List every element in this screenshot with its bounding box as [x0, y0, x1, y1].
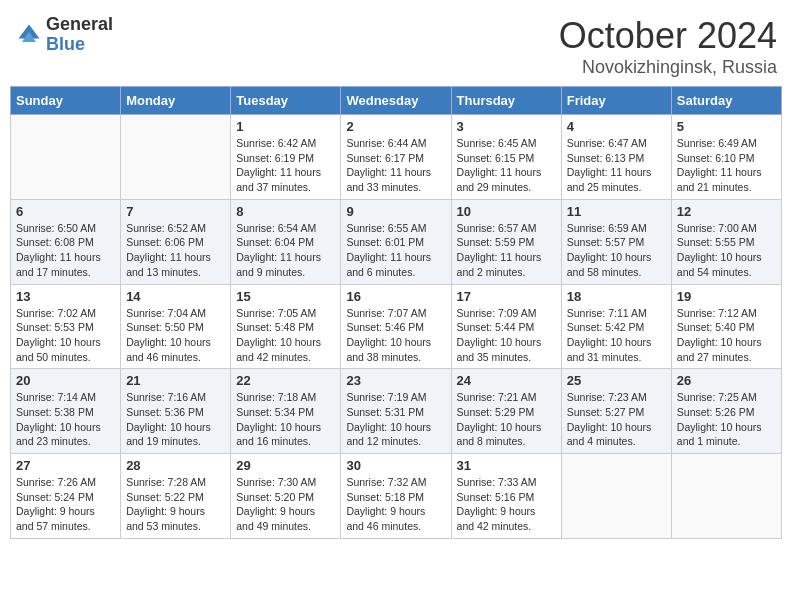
calendar-week-row: 20Sunrise: 7:14 AMSunset: 5:38 PMDayligh…	[11, 369, 782, 454]
calendar-cell: 1Sunrise: 6:42 AMSunset: 6:19 PMDaylight…	[231, 115, 341, 200]
day-content: Sunrise: 7:32 AMSunset: 5:18 PMDaylight:…	[346, 475, 445, 534]
weekday-header: Wednesday	[341, 87, 451, 115]
calendar-cell: 8Sunrise: 6:54 AMSunset: 6:04 PMDaylight…	[231, 199, 341, 284]
day-number: 14	[126, 289, 225, 304]
logo-line1: General	[46, 15, 113, 35]
calendar-cell: 5Sunrise: 6:49 AMSunset: 6:10 PMDaylight…	[671, 115, 781, 200]
calendar-cell	[11, 115, 121, 200]
day-content: Sunrise: 7:30 AMSunset: 5:20 PMDaylight:…	[236, 475, 335, 534]
day-content: Sunrise: 7:28 AMSunset: 5:22 PMDaylight:…	[126, 475, 225, 534]
day-number: 8	[236, 204, 335, 219]
day-number: 19	[677, 289, 776, 304]
weekday-header: Saturday	[671, 87, 781, 115]
day-number: 7	[126, 204, 225, 219]
day-number: 24	[457, 373, 556, 388]
day-number: 9	[346, 204, 445, 219]
calendar-cell: 13Sunrise: 7:02 AMSunset: 5:53 PMDayligh…	[11, 284, 121, 369]
calendar-cell	[561, 454, 671, 539]
day-content: Sunrise: 7:33 AMSunset: 5:16 PMDaylight:…	[457, 475, 556, 534]
day-number: 26	[677, 373, 776, 388]
day-number: 30	[346, 458, 445, 473]
calendar-cell: 15Sunrise: 7:05 AMSunset: 5:48 PMDayligh…	[231, 284, 341, 369]
day-content: Sunrise: 7:09 AMSunset: 5:44 PMDaylight:…	[457, 306, 556, 365]
calendar-cell: 18Sunrise: 7:11 AMSunset: 5:42 PMDayligh…	[561, 284, 671, 369]
calendar-cell: 25Sunrise: 7:23 AMSunset: 5:27 PMDayligh…	[561, 369, 671, 454]
day-content: Sunrise: 7:04 AMSunset: 5:50 PMDaylight:…	[126, 306, 225, 365]
page-header: General Blue October 2024 Novokizhingins…	[10, 10, 782, 78]
day-content: Sunrise: 7:21 AMSunset: 5:29 PMDaylight:…	[457, 390, 556, 449]
weekday-header: Tuesday	[231, 87, 341, 115]
calendar-cell: 19Sunrise: 7:12 AMSunset: 5:40 PMDayligh…	[671, 284, 781, 369]
calendar-cell: 22Sunrise: 7:18 AMSunset: 5:34 PMDayligh…	[231, 369, 341, 454]
calendar-cell: 17Sunrise: 7:09 AMSunset: 5:44 PMDayligh…	[451, 284, 561, 369]
day-content: Sunrise: 6:59 AMSunset: 5:57 PMDaylight:…	[567, 221, 666, 280]
logo-line2: Blue	[46, 35, 113, 55]
day-number: 2	[346, 119, 445, 134]
calendar-cell	[671, 454, 781, 539]
day-content: Sunrise: 6:50 AMSunset: 6:08 PMDaylight:…	[16, 221, 115, 280]
weekday-header: Sunday	[11, 87, 121, 115]
calendar-cell: 24Sunrise: 7:21 AMSunset: 5:29 PMDayligh…	[451, 369, 561, 454]
day-number: 10	[457, 204, 556, 219]
calendar-cell: 7Sunrise: 6:52 AMSunset: 6:06 PMDaylight…	[121, 199, 231, 284]
day-number: 13	[16, 289, 115, 304]
day-number: 27	[16, 458, 115, 473]
calendar-cell: 20Sunrise: 7:14 AMSunset: 5:38 PMDayligh…	[11, 369, 121, 454]
calendar-cell: 10Sunrise: 6:57 AMSunset: 5:59 PMDayligh…	[451, 199, 561, 284]
day-content: Sunrise: 7:12 AMSunset: 5:40 PMDaylight:…	[677, 306, 776, 365]
calendar-cell: 4Sunrise: 6:47 AMSunset: 6:13 PMDaylight…	[561, 115, 671, 200]
day-number: 5	[677, 119, 776, 134]
day-content: Sunrise: 6:55 AMSunset: 6:01 PMDaylight:…	[346, 221, 445, 280]
day-number: 28	[126, 458, 225, 473]
day-content: Sunrise: 6:52 AMSunset: 6:06 PMDaylight:…	[126, 221, 225, 280]
day-number: 16	[346, 289, 445, 304]
day-number: 23	[346, 373, 445, 388]
calendar-cell: 31Sunrise: 7:33 AMSunset: 5:16 PMDayligh…	[451, 454, 561, 539]
page-subtitle: Novokizhinginsk, Russia	[559, 57, 777, 78]
day-number: 6	[16, 204, 115, 219]
day-content: Sunrise: 7:18 AMSunset: 5:34 PMDaylight:…	[236, 390, 335, 449]
weekday-header-row: SundayMondayTuesdayWednesdayThursdayFrid…	[11, 87, 782, 115]
day-content: Sunrise: 7:26 AMSunset: 5:24 PMDaylight:…	[16, 475, 115, 534]
calendar-cell: 29Sunrise: 7:30 AMSunset: 5:20 PMDayligh…	[231, 454, 341, 539]
day-content: Sunrise: 7:05 AMSunset: 5:48 PMDaylight:…	[236, 306, 335, 365]
calendar-week-row: 1Sunrise: 6:42 AMSunset: 6:19 PMDaylight…	[11, 115, 782, 200]
day-content: Sunrise: 7:23 AMSunset: 5:27 PMDaylight:…	[567, 390, 666, 449]
calendar-cell: 30Sunrise: 7:32 AMSunset: 5:18 PMDayligh…	[341, 454, 451, 539]
day-number: 12	[677, 204, 776, 219]
title-block: October 2024 Novokizhinginsk, Russia	[559, 15, 777, 78]
calendar-cell: 21Sunrise: 7:16 AMSunset: 5:36 PMDayligh…	[121, 369, 231, 454]
day-number: 11	[567, 204, 666, 219]
day-number: 21	[126, 373, 225, 388]
calendar-week-row: 13Sunrise: 7:02 AMSunset: 5:53 PMDayligh…	[11, 284, 782, 369]
calendar-week-row: 6Sunrise: 6:50 AMSunset: 6:08 PMDaylight…	[11, 199, 782, 284]
calendar-cell: 14Sunrise: 7:04 AMSunset: 5:50 PMDayligh…	[121, 284, 231, 369]
page-title: October 2024	[559, 15, 777, 57]
day-content: Sunrise: 6:42 AMSunset: 6:19 PMDaylight:…	[236, 136, 335, 195]
logo: General Blue	[15, 15, 113, 55]
day-content: Sunrise: 6:45 AMSunset: 6:15 PMDaylight:…	[457, 136, 556, 195]
day-number: 1	[236, 119, 335, 134]
calendar-week-row: 27Sunrise: 7:26 AMSunset: 5:24 PMDayligh…	[11, 454, 782, 539]
day-content: Sunrise: 7:14 AMSunset: 5:38 PMDaylight:…	[16, 390, 115, 449]
calendar-cell: 27Sunrise: 7:26 AMSunset: 5:24 PMDayligh…	[11, 454, 121, 539]
day-number: 25	[567, 373, 666, 388]
calendar-cell: 9Sunrise: 6:55 AMSunset: 6:01 PMDaylight…	[341, 199, 451, 284]
day-number: 15	[236, 289, 335, 304]
calendar-cell: 6Sunrise: 6:50 AMSunset: 6:08 PMDaylight…	[11, 199, 121, 284]
day-content: Sunrise: 7:11 AMSunset: 5:42 PMDaylight:…	[567, 306, 666, 365]
day-number: 29	[236, 458, 335, 473]
day-content: Sunrise: 7:00 AMSunset: 5:55 PMDaylight:…	[677, 221, 776, 280]
calendar-cell: 12Sunrise: 7:00 AMSunset: 5:55 PMDayligh…	[671, 199, 781, 284]
day-content: Sunrise: 7:07 AMSunset: 5:46 PMDaylight:…	[346, 306, 445, 365]
day-content: Sunrise: 6:57 AMSunset: 5:59 PMDaylight:…	[457, 221, 556, 280]
day-number: 31	[457, 458, 556, 473]
calendar-cell: 28Sunrise: 7:28 AMSunset: 5:22 PMDayligh…	[121, 454, 231, 539]
weekday-header: Thursday	[451, 87, 561, 115]
calendar-cell: 2Sunrise: 6:44 AMSunset: 6:17 PMDaylight…	[341, 115, 451, 200]
day-number: 4	[567, 119, 666, 134]
weekday-header: Monday	[121, 87, 231, 115]
calendar-table: SundayMondayTuesdayWednesdayThursdayFrid…	[10, 86, 782, 539]
calendar-cell	[121, 115, 231, 200]
day-content: Sunrise: 7:16 AMSunset: 5:36 PMDaylight:…	[126, 390, 225, 449]
